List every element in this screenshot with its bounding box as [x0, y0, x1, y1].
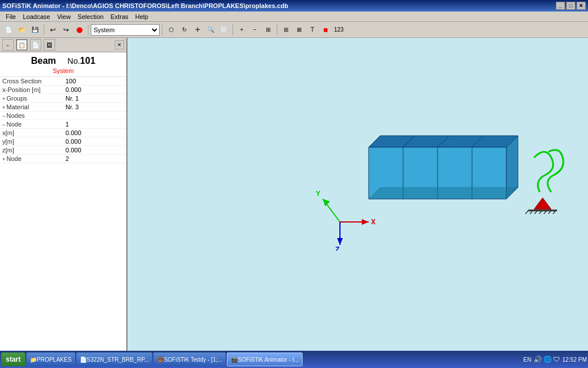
grid-button[interactable]: ⊞: [280, 24, 292, 36]
toolbar-group-1: 📄 📂 💾: [2, 24, 41, 36]
panel-tab-properties[interactable]: 📋: [16, 39, 28, 51]
node1-expand[interactable]: −Node: [0, 120, 63, 129]
taskbar-item-proplakes[interactable]: 📁 PROPLAKES: [26, 352, 75, 366]
nodes-row: −Nodes: [0, 112, 126, 120]
node1-value: 1: [63, 120, 126, 129]
task-anim-icon: 🎬: [231, 356, 238, 363]
node1-x-row: x[m] 0.000: [0, 129, 126, 137]
title-text: SOFiSTiK Animator - I:\Denco\AGIOS CHRIS…: [2, 2, 288, 9]
taskbar-item-s322n[interactable]: 📄 S322N_STR_BRB_RP...: [76, 352, 153, 366]
panel-header: ← 📋 📄 🖼 ✕: [0, 38, 126, 52]
panel-nav-button[interactable]: ←: [2, 39, 14, 51]
svg-text:Z: Z: [335, 246, 339, 251]
main-area: ← 📋 📄 🖼 ✕ Beam No.101 System Cross Secti…: [0, 38, 588, 355]
start-button[interactable]: start: [1, 352, 25, 366]
task-doc-icon: 📄: [80, 356, 87, 363]
menu-loadcase[interactable]: Loadcase: [20, 12, 54, 21]
viewport[interactable]: Y X Z: [127, 38, 588, 355]
beam-title: Beam: [31, 56, 56, 66]
minimize-button[interactable]: _: [556, 2, 565, 10]
menu-view[interactable]: View: [53, 12, 74, 21]
back-button[interactable]: ↩: [47, 24, 59, 36]
zoom-fit-button[interactable]: ⊞: [262, 24, 274, 36]
toolbar-group-4: + − ⊞: [235, 24, 274, 36]
node1-y-row: y[m] 0.000: [0, 137, 126, 146]
toolbar-sep-1: [44, 25, 44, 35]
taskbar-item-teddy[interactable]: 🐻 SOFiSTiK Teddy - [1;...: [153, 352, 226, 366]
toolbar: 📄 📂 💾 ↩ ↪ ⬤ System ⬡ ↻ ✛ 🔍 ⬜ + − ⊞ ⊞ ⊠ T…: [0, 22, 588, 38]
menu-help[interactable]: Help: [132, 12, 152, 21]
nodes-value: [63, 112, 126, 120]
groups-row: +Groups Nr. 1: [0, 94, 126, 103]
zoom-in-button[interactable]: +: [235, 24, 248, 36]
open-button[interactable]: 📂: [16, 24, 28, 36]
system-dropdown[interactable]: System: [91, 24, 160, 36]
properties-table: Cross Section 100 x-Position [m] 0.000 +…: [0, 77, 126, 163]
beam-no-label: No.101: [68, 56, 96, 66]
menu-extras[interactable]: Extras: [107, 12, 131, 21]
node1-y-label: y[m]: [0, 137, 63, 146]
menu-selection[interactable]: Selection: [74, 12, 107, 21]
zoom-button[interactable]: 🔍: [204, 24, 217, 36]
tray-icon-2: 🌐: [543, 355, 552, 363]
nodes-expand[interactable]: −Nodes: [0, 112, 63, 120]
close-panel-button[interactable]: ✕: [115, 40, 124, 49]
zoom-out-button[interactable]: −: [249, 24, 261, 36]
x-position-value: 0.000: [63, 86, 126, 94]
panel-tab-extra[interactable]: 🖼: [44, 39, 55, 51]
material-value: Nr. 3: [63, 103, 126, 112]
beam-system-label: System: [0, 67, 126, 74]
tray-icon-3: 🛡: [553, 355, 560, 363]
toolbar-sep-4: [233, 25, 233, 35]
taskbar-item-animator[interactable]: 🎬 SOFiSTiK Animator - I...: [227, 352, 303, 366]
svg-marker-17: [337, 238, 343, 245]
locale-label: EN: [523, 356, 531, 363]
toolbar-sep-3: [162, 25, 163, 35]
task-label-s322n: S322N_STR_BRB_RP...: [87, 356, 149, 363]
node2-expand[interactable]: +Node: [0, 155, 63, 163]
close-button[interactable]: ✕: [577, 2, 586, 10]
material-expand[interactable]: +Material: [0, 103, 63, 112]
svg-line-21: [525, 210, 528, 214]
tray-icon-1: 🔊: [533, 355, 542, 363]
toolbar-group-3: ⬡ ↻ ✛ 🔍 ⬜: [165, 24, 230, 36]
move-button[interactable]: ✛: [191, 24, 204, 36]
rotate-button[interactable]: ↻: [178, 24, 191, 36]
beam-no-value: 101: [80, 56, 95, 66]
toolbar-group-2: ↩ ↪ ⬤: [47, 24, 86, 36]
frame-button[interactable]: ⬜: [218, 24, 230, 36]
toolbar-sep-5: [277, 25, 277, 35]
new-button[interactable]: 📄: [2, 24, 15, 36]
node2-value: 2: [63, 155, 126, 163]
label-button[interactable]: T: [306, 24, 319, 36]
svg-marker-11: [320, 197, 330, 206]
select-button[interactable]: ⬡: [165, 24, 177, 36]
menu-file[interactable]: File: [2, 12, 20, 21]
title-controls: _ □ ✕: [556, 2, 586, 10]
beam-header: Beam No.101 System: [0, 52, 126, 77]
toolbar-sep-2: [88, 25, 88, 35]
number-button[interactable]: 123: [332, 24, 345, 36]
forward-button[interactable]: ↪: [60, 24, 72, 36]
svg-marker-9: [369, 187, 518, 199]
panel-tab-info[interactable]: 📄: [30, 39, 41, 51]
axis-button[interactable]: ⊠: [293, 24, 305, 36]
node1-x-label: x[m]: [0, 129, 63, 137]
node1-z-value: 0.000: [63, 146, 126, 155]
left-panel: ← 📋 📄 🖼 ✕ Beam No.101 System Cross Secti…: [0, 38, 127, 355]
save-button[interactable]: 💾: [29, 24, 41, 36]
cross-section-value: 100: [63, 77, 126, 86]
maximize-button[interactable]: □: [566, 2, 575, 10]
node1-z-label: z[m]: [0, 146, 63, 155]
cross-section-row: Cross Section 100: [0, 77, 126, 86]
svg-marker-19: [534, 198, 551, 209]
task-label-proplakes: PROPLAKES: [37, 356, 72, 363]
color-button[interactable]: ◼: [319, 24, 332, 36]
stop-button[interactable]: ⬤: [73, 24, 86, 36]
system-tray: 🔊 🌐 🛡: [533, 355, 560, 363]
x-position-row: x-Position [m] 0.000: [0, 86, 126, 94]
svg-text:Y: Y: [316, 190, 320, 198]
groups-expand[interactable]: +Groups: [0, 94, 63, 103]
svg-marker-14: [362, 219, 369, 225]
task-label-animator: SOFiSTiK Animator - I...: [238, 356, 299, 363]
